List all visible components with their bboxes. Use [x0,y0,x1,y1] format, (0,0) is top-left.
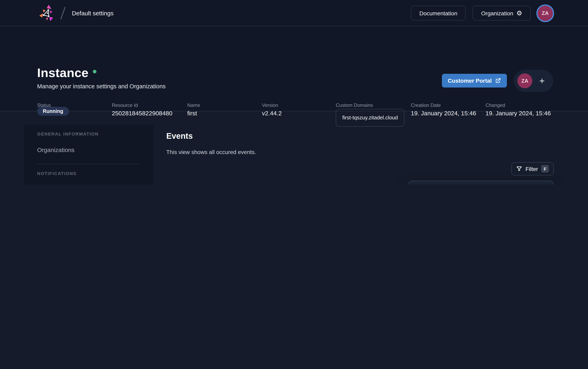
events-description: This view shows all occured events. [166,149,256,155]
breadcrumb-context-label: Default settings [72,0,114,26]
gear-icon: ⚙︎ [516,10,522,16]
instance-avatar[interactable]: ZA [517,73,532,88]
avatar-initials: ZA [542,10,549,16]
instance-avatar-initials: ZA [521,78,528,84]
sidebar-item-organizations[interactable]: Organizations [37,144,140,155]
meta-label-creation-date: Creation Date [411,102,441,108]
organization-button-label: Organization [481,10,513,16]
page-subtitle: Manage your instance settings and Organi… [37,83,166,90]
instance-status-dot-icon [93,70,97,73]
meta-label-version: Version [262,102,278,108]
meta-value-version: v2.44.2 [262,110,282,117]
external-link-icon [495,78,501,83]
instance-avatar-group[interactable]: ZA + [514,70,553,92]
meta-value-creation-date: 19. January 2024, 15:46 [411,110,476,117]
documentation-button[interactable]: Documentation [411,6,466,20]
instance-header: Instance Manage your instance settings a… [0,26,588,111]
meta-label-custom-domains: Custom Domains [336,102,373,108]
customer-portal-button[interactable]: Customer Portal [442,74,507,88]
status-badge: Running [37,107,69,116]
customer-portal-label: Customer Portal [448,77,492,84]
meta-label-changed: Changed [485,102,505,108]
filter-panel-header: Reset Filter Finish [409,181,553,184]
filter-panel: Reset Filter Finish Filter by Editor Fil… [409,181,554,184]
sidebar-item-notifications[interactable]: Notifications [37,182,140,184]
user-avatar[interactable]: ZA [537,5,553,21]
sidebar-group-notifications: NOTIFICATIONS [37,169,140,177]
add-instance-plus-icon[interactable]: + [532,76,553,86]
filter-button[interactable]: Filter F [511,162,554,175]
breadcrumb-separator [60,7,66,19]
page-title: Instance [37,66,97,80]
filter-button-label: Filter [525,165,538,172]
top-bar-actions: Documentation Organization ⚙︎ ZA [411,0,553,26]
meta-value-resource-id: 250281845822908480 [112,110,172,117]
events-title: Events [166,132,193,141]
documentation-button-label: Documentation [419,10,457,16]
meta-value-changed: 19. January 2024, 15:46 [485,110,551,117]
zitadel-logo-icon[interactable] [38,4,56,23]
meta-label-resource-id: Resource Id [112,102,138,108]
filter-shortcut-badge: F [541,165,549,173]
meta-label-name: Name [187,102,200,108]
top-bar: Default settings Documentation Organizat… [0,0,588,26]
meta-value-name: first [187,110,197,117]
zitadel-console: Default settings Documentation Organizat… [0,0,588,184]
sidebar-divider [37,164,140,164]
sidebar-group-general-information: GENERAL INFORMATION [37,125,140,140]
organization-button[interactable]: Organization ⚙︎ [473,6,531,20]
funnel-icon [516,166,522,172]
custom-domain-chip[interactable]: first-tqszuy.zitadel.cloud [336,109,404,127]
settings-sidebar: GENERAL INFORMATION Organizations NOTIFI… [24,125,153,184]
